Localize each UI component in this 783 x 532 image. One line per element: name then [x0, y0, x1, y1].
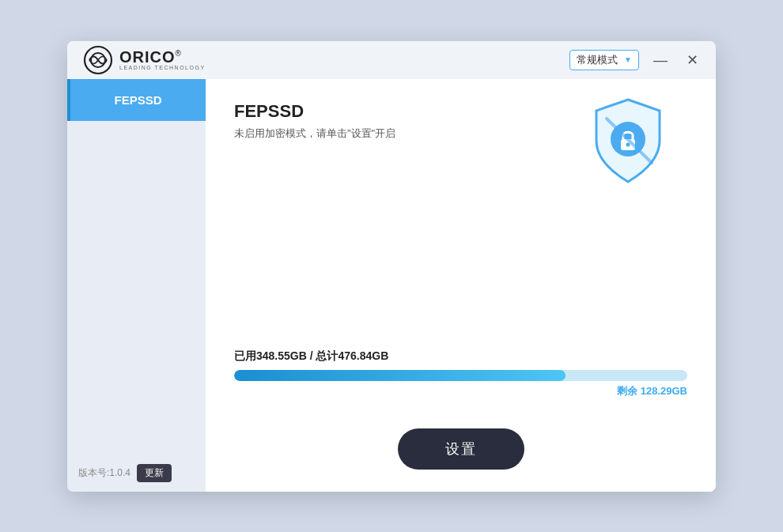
device-name: FEPSSD [234, 101, 395, 122]
sidebar-bottom: 版本号:1.0.4 更新 [67, 455, 206, 492]
device-info: FEPSSD 未启用加密模式，请单击"设置"开启 [234, 101, 395, 141]
storage-progress-fill [234, 370, 566, 381]
version-label: 版本号:1.0.4 [78, 466, 130, 480]
sidebar-item-fepssd[interactable]: FEPSSD [67, 79, 206, 121]
titlebar-controls: 常规模式 ▼ — ✕ [569, 50, 703, 70]
mode-dropdown[interactable]: 常规模式 ▼ [569, 50, 639, 70]
encryption-status: 未启用加密模式，请单击"设置"开启 [234, 126, 395, 141]
chevron-down-icon: ▼ [624, 55, 632, 64]
content-area: FEPSSD 版本号:1.0.4 更新 FEPSSD 未启用加密模式，请单击"设… [67, 79, 716, 492]
settings-button[interactable]: 设置 [398, 428, 524, 470]
orico-logo-icon [83, 45, 113, 75]
storage-progress-bar [234, 370, 687, 381]
brand-tagline: LEADING TECHNOLOGY [119, 65, 206, 70]
minimize-button[interactable]: — [649, 51, 672, 69]
mode-label: 常规模式 [577, 53, 618, 67]
logo-text: ORICO® LEADING TECHNOLOGY [119, 49, 206, 70]
main-content: FEPSSD 未启用加密模式，请单击"设置"开启 [206, 79, 716, 492]
titlebar: ORICO® LEADING TECHNOLOGY 常规模式 ▼ — ✕ [67, 41, 716, 79]
security-shield-icon [584, 93, 671, 191]
close-button[interactable]: ✕ [682, 51, 703, 69]
update-button[interactable]: 更新 [137, 464, 172, 482]
app-window: ORICO® LEADING TECHNOLOGY 常规模式 ▼ — ✕ FEP… [67, 41, 716, 492]
brand-name: ORICO® [119, 49, 206, 65]
storage-section: 已用348.55GB / 总计476.84GB 剩余 128.29GB [234, 349, 687, 398]
main-header: FEPSSD 未启用加密模式，请单击"设置"开启 [234, 101, 687, 191]
svg-point-4 [626, 142, 630, 146]
sidebar: FEPSSD 版本号:1.0.4 更新 [67, 79, 206, 492]
storage-remaining-label: 剩余 128.29GB [234, 384, 687, 398]
settings-button-area: 设置 [234, 428, 687, 470]
logo-area: ORICO® LEADING TECHNOLOGY [83, 45, 206, 75]
storage-usage-label: 已用348.55GB / 总计476.84GB [234, 349, 687, 364]
